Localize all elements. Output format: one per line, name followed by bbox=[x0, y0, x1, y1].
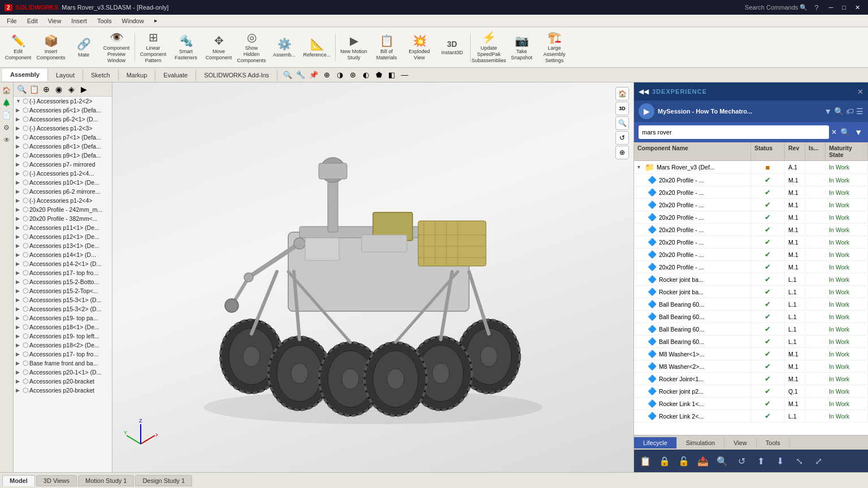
tab-assembly[interactable]: Assembly bbox=[2, 69, 48, 81]
side-icon-home[interactable]: 🏠 bbox=[1, 85, 12, 96]
table-row-9[interactable]: 🔷 Rocker joint ba... ✔ L.1 In Work bbox=[634, 273, 868, 286]
tree-item-32[interactable]: ▶ ⬡ Accessories p20-bracket bbox=[14, 386, 112, 395]
menu-insert[interactable]: Insert bbox=[67, 16, 92, 25]
tree-item-9[interactable]: ▶ ⬡ Accessories p10<1> (De... bbox=[14, 178, 112, 187]
bt-btn-7[interactable]: ⬆ bbox=[752, 452, 770, 470]
tree-item-6[interactable]: ▶ ⬡ Accessories p9<1> (Defa... bbox=[14, 151, 112, 160]
table-row-10[interactable]: 🔷 Rocker joint ba... ✔ L.1 In Work bbox=[634, 286, 868, 298]
menu-window[interactable]: Window bbox=[118, 16, 149, 25]
menu-more[interactable]: ▸ bbox=[150, 16, 162, 25]
table-row-11[interactable]: 🔷 Ball Bearing 60... ✔ L.1 In Work bbox=[634, 298, 868, 311]
table-row-15[interactable]: 🔷 M8 Washer<1>... ✔ M.1 In Work bbox=[634, 348, 868, 360]
session-tag-btn[interactable]: 🏷 bbox=[846, 107, 854, 116]
view-tab-model[interactable]: Model bbox=[2, 475, 35, 486]
window-controls[interactable]: ─ □ ✕ bbox=[826, 3, 863, 12]
close-btn[interactable]: ✕ bbox=[852, 3, 863, 12]
panel-icon-5[interactable]: ◈ bbox=[66, 84, 77, 95]
tree-item-29[interactable]: ▶ ⬡ Base frame front and ba... bbox=[14, 359, 112, 368]
bt-btn-8[interactable]: ⬇ bbox=[771, 452, 789, 470]
table-row-1[interactable]: 🔷 20x20 Profile - ... ✔ M.1 In Work bbox=[634, 174, 868, 186]
session-dropdown-btn[interactable]: ▼ bbox=[824, 107, 832, 116]
menu-file[interactable]: File bbox=[2, 16, 21, 25]
tree-item-7[interactable]: ▶ ⬡ Accessories p7- mirrored bbox=[14, 160, 112, 169]
tree-item-2[interactable]: ▶ ⬡ Accessories p6-2<1> (D... bbox=[14, 115, 112, 124]
table-row-19[interactable]: 🔷 Rocker Link 1<... ✔ M.1 In Work bbox=[634, 398, 868, 410]
bt-btn-9[interactable]: ⤡ bbox=[790, 452, 808, 470]
table-row-4[interactable]: 🔷 20x20 Profile - ... ✔ M.1 In Work bbox=[634, 211, 868, 224]
panel-icon-2[interactable]: 📋 bbox=[28, 84, 40, 95]
tree-item-24[interactable]: ▶ ⬡ Accessories p19- top pa... bbox=[14, 313, 112, 323]
update-speedpak-btn[interactable]: ⚡ Update SpeedPakSubassemblies bbox=[473, 29, 505, 66]
reference-btn[interactable]: 📐 Reference... bbox=[301, 29, 333, 66]
search-submit-btn[interactable]: 🔍 bbox=[839, 127, 851, 138]
table-row-8[interactable]: 🔷 20x20 Profile - ... ✔ M.1 In Work bbox=[634, 261, 868, 273]
view-icon-8[interactable]: ⬟ bbox=[373, 69, 384, 81]
table-row-7[interactable]: 🔷 20x20 Profile - ... ✔ M.1 In Work bbox=[634, 249, 868, 261]
bt-btn-1[interactable]: 📋 bbox=[636, 452, 654, 470]
tree-item-28[interactable]: ▶ ⬡ Accessories p17- top fro... bbox=[14, 350, 112, 359]
view-icon-10[interactable]: — bbox=[399, 69, 410, 81]
smart-fasteners-btn[interactable]: 🔩 SmartFasteners bbox=[170, 29, 202, 66]
panel-close-btn[interactable]: ✕ bbox=[857, 88, 863, 96]
side-icon-props[interactable]: 📄 bbox=[1, 110, 12, 121]
table-row-5[interactable]: 🔷 20x20 Profile - ... ✔ M.1 In Work bbox=[634, 224, 868, 236]
tree-item-8[interactable]: ▶ ⬡ (-) Accessories p1-2<4... bbox=[14, 169, 112, 178]
tree-item-5[interactable]: ▶ ⬡ Accessories p8<1> (Defa... bbox=[14, 142, 112, 151]
side-icon-config[interactable]: ⚙ bbox=[1, 122, 12, 133]
tab-sketch[interactable]: Sketch bbox=[83, 69, 119, 81]
side-icon-display[interactable]: 👁 bbox=[1, 134, 12, 146]
table-row-16[interactable]: 🔷 M8 Washer<2>... ✔ M.1 In Work bbox=[634, 360, 868, 373]
tree-item-23[interactable]: ▶ ⬡ Accessories p15-3<2> (D... bbox=[14, 304, 112, 313]
edit-component-btn[interactable]: ✏️ EditComponent bbox=[2, 29, 34, 66]
tree-expand-0[interactable]: ▼ bbox=[16, 98, 21, 104]
exploded-view-btn[interactable]: 💥 ExplodedView bbox=[403, 29, 435, 66]
table-row-3[interactable]: 🔷 20x20 Profile - ... ✔ M.1 In Work bbox=[634, 199, 868, 211]
menu-edit[interactable]: Edit bbox=[23, 16, 42, 25]
tab-view[interactable]: View bbox=[724, 437, 757, 448]
tree-item-25[interactable]: ▶ ⬡ Accessories p18<1> (De... bbox=[14, 323, 112, 332]
tree-item-14[interactable]: ▶ ⬡ Accessories p11<1> (De... bbox=[14, 223, 112, 232]
viewport-3d-btn[interactable]: 3D bbox=[615, 102, 629, 115]
view-icon-3[interactable]: 📌 bbox=[308, 69, 319, 81]
view-icon-9[interactable]: ◧ bbox=[386, 69, 397, 81]
tree-item-1[interactable]: ▶ ⬡ Accessories p6<1> (Defa... bbox=[14, 106, 112, 115]
tree-item-10[interactable]: ▶ ⬡ Accessories p6-2 mirrore... bbox=[14, 187, 112, 196]
table-row-20[interactable]: 🔷 Rocker Link 2<... ✔ L.1 In Work bbox=[634, 410, 868, 422]
bt-btn-2[interactable]: 🔒 bbox=[656, 452, 674, 470]
tab-evaluate[interactable]: Evaluate bbox=[155, 69, 196, 81]
tree-item-21[interactable]: ▶ ⬡ Accessories p15-2-Top<... bbox=[14, 286, 112, 295]
tab-simulation[interactable]: Simulation bbox=[677, 437, 724, 448]
instant3d-btn[interactable]: 3D Instant3D bbox=[436, 29, 468, 66]
session-search-btn[interactable]: 🔍 bbox=[834, 107, 844, 116]
tree-item-30[interactable]: ▶ ⬡ Accessories p20-1<1> (D... bbox=[14, 368, 112, 377]
view-icon-7[interactable]: ◐ bbox=[360, 69, 371, 81]
tree-item-27[interactable]: ▶ ⬡ Accessories p18<2> (De... bbox=[14, 341, 112, 350]
new-motion-study-btn[interactable]: ▶ New MotionStudy bbox=[338, 29, 370, 66]
panel-icon-1[interactable]: 🔍 bbox=[16, 84, 27, 95]
insert-components-btn[interactable]: 📦 InsertComponents bbox=[35, 29, 67, 66]
table-row-14[interactable]: 🔷 Ball Bearing 60... ✔ L.1 In Work bbox=[634, 336, 868, 348]
session-menu-btn[interactable]: ☰ bbox=[856, 107, 863, 116]
linear-pattern-btn[interactable]: ⊞ Linear ComponentPattern bbox=[137, 29, 169, 66]
view-icon-6[interactable]: ⊛ bbox=[347, 69, 358, 81]
help-btn[interactable]: ? bbox=[814, 3, 818, 12]
show-hidden-btn[interactable]: ◎ Show HiddenComponents bbox=[236, 29, 267, 66]
view-icon-1[interactable]: 🔍 bbox=[282, 69, 293, 81]
view-tab-3dviews[interactable]: 3D Views bbox=[36, 475, 77, 486]
view-icon-5[interactable]: ◑ bbox=[334, 69, 345, 81]
tab-tools[interactable]: Tools bbox=[757, 437, 790, 448]
take-snapshot-btn[interactable]: 📷 TakeSnapshot bbox=[506, 29, 537, 66]
component-preview-btn[interactable]: 👁️ ComponentPreview Window bbox=[101, 29, 132, 66]
3d-viewport[interactable]: 🏠 3D 🔍 ↺ ⊕ X Y Z bbox=[112, 82, 633, 472]
side-icon-tree[interactable]: 🌲 bbox=[1, 97, 12, 108]
viewport-zoom-btn[interactable]: 🔍 bbox=[615, 116, 629, 130]
tree-item-0[interactable]: ▼ ⬡ (-) Accessories p1-2<2> bbox=[14, 97, 112, 106]
tree-item-22[interactable]: ▶ ⬡ Accessories p15-3<1> (D... bbox=[14, 295, 112, 304]
bt-btn-3[interactable]: 🔓 bbox=[675, 452, 693, 470]
tree-item-26[interactable]: ▶ ⬡ Accessories p19- top left... bbox=[14, 332, 112, 341]
tab-lifecycle[interactable]: Lifecycle bbox=[634, 437, 677, 448]
table-row-17[interactable]: 🔷 Rocker Joint<1... ✔ M.1 In Work bbox=[634, 373, 868, 385]
tree-item-4[interactable]: ▶ ⬡ Accessories p7<1> (Defa... bbox=[14, 133, 112, 142]
search-clear-btn[interactable]: ✕ bbox=[831, 128, 837, 136]
table-row-2[interactable]: 🔷 20x20 Profile - ... ✔ M.1 In Work bbox=[634, 186, 868, 199]
